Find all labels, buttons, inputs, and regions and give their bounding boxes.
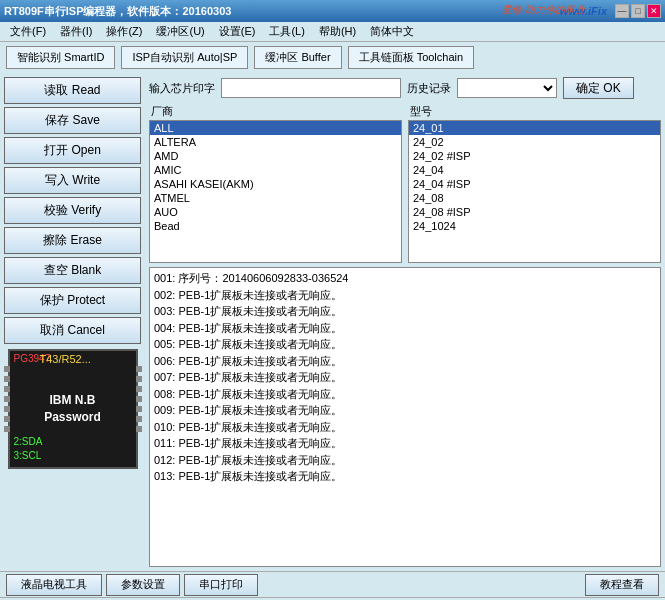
right-content: 输入芯片印字 历史记录 确定 OK 厂商 ALL ALTERA AMD AMIC…: [145, 73, 665, 571]
app-title: RT809F串行ISP编程器，软件版本：20160303: [4, 4, 231, 19]
log-line: 002: PEB-1扩展板未连接或者无响应。: [154, 287, 656, 304]
chip-pins: 2:SDA 3:SCL: [14, 435, 43, 463]
lists-row: 厂商 ALL ALTERA AMD AMIC ASAHI KASEI(AKM) …: [149, 103, 661, 263]
params-button[interactable]: 参数设置: [106, 574, 180, 596]
log-line: 003: PEB-1扩展板未连接或者无响应。: [154, 303, 656, 320]
log-line: 005: PEB-1扩展板未连接或者无响应。: [154, 336, 656, 353]
log-line: 007: PEB-1扩展板未连接或者无响应。: [154, 369, 656, 386]
lcd-tv-tool-button[interactable]: 液晶电视工具: [6, 574, 102, 596]
list-item[interactable]: 24_04: [409, 163, 660, 177]
bottom-bar: 液晶电视工具 参数设置 串口打印 教程查看: [0, 571, 665, 597]
list-item[interactable]: 24_08: [409, 191, 660, 205]
list-item[interactable]: 24_1024: [409, 219, 660, 233]
verify-button[interactable]: 校验 Verify: [4, 197, 141, 224]
protect-button[interactable]: 保护 Protect: [4, 287, 141, 314]
minimize-button[interactable]: —: [615, 4, 629, 18]
log-line: 006: PEB-1扩展板未连接或者无响应。: [154, 353, 656, 370]
manufacturer-col: 厂商 ALL ALTERA AMD AMIC ASAHI KASEI(AKM) …: [149, 103, 402, 263]
erase-button[interactable]: 擦除 Erase: [4, 227, 141, 254]
manufacturer-list[interactable]: ALL ALTERA AMD AMIC ASAHI KASEI(AKM) ATM…: [149, 120, 402, 263]
input-label: 输入芯片印字: [149, 81, 215, 96]
log-line: 010: PEB-1扩展板未连接或者无响应。: [154, 419, 656, 436]
menu-tools[interactable]: 工具(L): [263, 23, 310, 40]
save-button[interactable]: 保存 Save: [4, 107, 141, 134]
log-line: 001: 序列号：20140606092833-036524: [154, 270, 656, 287]
log-line: 013: PEB-1扩展板未连接或者无响应。: [154, 468, 656, 485]
list-item[interactable]: 24_01: [409, 121, 660, 135]
sidebar: 读取 Read 保存 Save 打开 Open 写入 Write 校验 Veri…: [0, 73, 145, 571]
list-item[interactable]: ASAHI KASEI(AKM): [150, 177, 401, 191]
cancel-button[interactable]: 取消 Cancel: [4, 317, 141, 344]
list-item[interactable]: 24_02 #ISP: [409, 149, 660, 163]
list-item[interactable]: AUO: [150, 205, 401, 219]
log-area: 001: 序列号：20140606092833-036524002: PEB-1…: [149, 267, 661, 567]
read-button[interactable]: 读取 Read: [4, 77, 141, 104]
history-label: 历史记录: [407, 81, 451, 96]
manufacturer-header: 厂商: [149, 103, 402, 120]
menu-buffer[interactable]: 缓冲区(U): [150, 23, 210, 40]
type-header: 型号: [408, 103, 661, 120]
brand-subtitle: 爱修·助力你的事业: [502, 3, 585, 17]
menu-operation[interactable]: 操作(Z): [100, 23, 148, 40]
tab-smartid[interactable]: 智能识别 SmartID: [6, 46, 115, 69]
list-item[interactable]: 24_08 #ISP: [409, 205, 660, 219]
tutorial-button[interactable]: 教程查看: [585, 574, 659, 596]
write-button[interactable]: 写入 Write: [4, 167, 141, 194]
list-item[interactable]: ALL: [150, 121, 401, 135]
type-col: 型号 24_01 24_02 24_02 #ISP 24_04 24_04 #I…: [408, 103, 661, 263]
list-item[interactable]: Bead: [150, 219, 401, 233]
chip-description: IBM N.B Password: [44, 392, 101, 426]
window-controls: — □ ✕: [615, 4, 661, 18]
open-button[interactable]: 打开 Open: [4, 137, 141, 164]
list-item[interactable]: ALTERA: [150, 135, 401, 149]
list-item[interactable]: AMIC: [150, 163, 401, 177]
menu-help[interactable]: 帮助(H): [313, 23, 362, 40]
list-item[interactable]: ATMEL: [150, 191, 401, 205]
log-line: 008: PEB-1扩展板未连接或者无响应。: [154, 386, 656, 403]
toolbar-tabs: 智能识别 SmartID ISP自动识别 Auto|SP 缓冲区 Buffer …: [0, 42, 665, 73]
list-item[interactable]: AMD: [150, 149, 401, 163]
chip-model-label: T43/R52...: [40, 353, 91, 365]
history-select[interactable]: [457, 78, 557, 98]
list-item[interactable]: 24_02: [409, 135, 660, 149]
tab-toolchain[interactable]: 工具链面板 Toolchain: [348, 46, 475, 69]
type-list[interactable]: 24_01 24_02 24_02 #ISP 24_04 24_04 #ISP …: [408, 120, 661, 263]
list-item[interactable]: 24_04 #ISP: [409, 177, 660, 191]
chip-text-input[interactable]: [221, 78, 401, 98]
serial-print-button[interactable]: 串口打印: [184, 574, 258, 596]
main-layout: 读取 Read 保存 Save 打开 Open 写入 Write 校验 Veri…: [0, 73, 665, 571]
menu-file[interactable]: 文件(F): [4, 23, 52, 40]
ok-button[interactable]: 确定 OK: [563, 77, 634, 99]
menu-language[interactable]: 简体中文: [364, 23, 420, 40]
menu-bar: 文件(F) 器件(I) 操作(Z) 缓冲区(U) 设置(E) 工具(L) 帮助(…: [0, 22, 665, 42]
close-button[interactable]: ✕: [647, 4, 661, 18]
menu-settings[interactable]: 设置(E): [213, 23, 262, 40]
input-row: 输入芯片印字 历史记录 确定 OK: [149, 77, 661, 99]
chip-area: PG3947 T43/R52... IBM N.B Password 2:SDA…: [8, 349, 138, 469]
menu-device[interactable]: 器件(I): [54, 23, 98, 40]
log-line: 012: PEB-1扩展板未连接或者无响应。: [154, 452, 656, 469]
log-line: 004: PEB-1扩展板未连接或者无响应。: [154, 320, 656, 337]
blank-button[interactable]: 查空 Blank: [4, 257, 141, 284]
log-line: 009: PEB-1扩展板未连接或者无响应。: [154, 402, 656, 419]
maximize-button[interactable]: □: [631, 4, 645, 18]
tab-autoisp[interactable]: ISP自动识别 Auto|SP: [121, 46, 248, 69]
tab-buffer[interactable]: 缓冲区 Buffer: [254, 46, 341, 69]
log-line: 011: PEB-1扩展板未连接或者无响应。: [154, 435, 656, 452]
